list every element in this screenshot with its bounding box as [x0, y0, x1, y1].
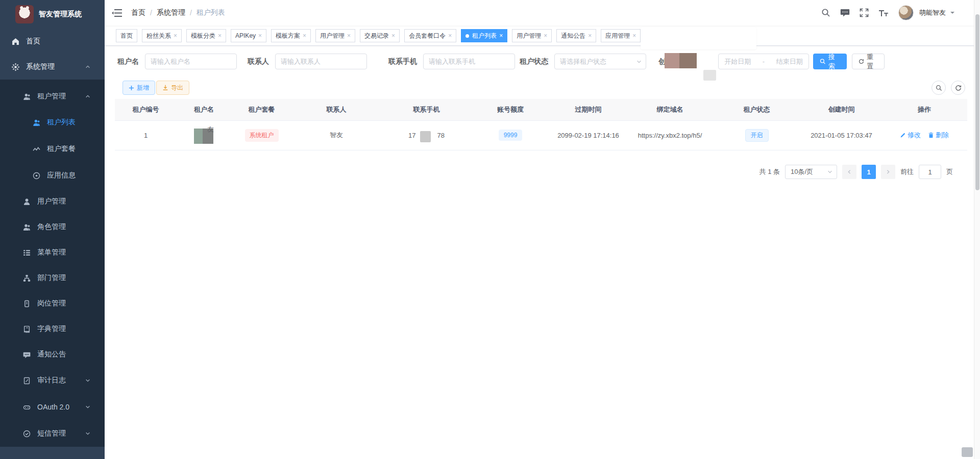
- font-size-icon[interactable]: [878, 9, 889, 17]
- trash-icon: [928, 132, 934, 138]
- plus-icon: [129, 85, 134, 91]
- delete-button[interactable]: 删除: [928, 131, 949, 140]
- close-icon[interactable]: [588, 33, 592, 39]
- sidebar-item-tenant-mgmt[interactable]: 租户管理: [0, 84, 105, 109]
- reset-button[interactable]: 重置: [852, 54, 885, 69]
- sidebar-item-app-info[interactable]: 应用信息: [0, 162, 105, 189]
- tab-apikey[interactable]: APIKey: [231, 29, 266, 42]
- sidebar-item-tenant-package[interactable]: 租户套餐: [0, 136, 105, 162]
- close-icon[interactable]: [544, 33, 547, 39]
- oauth-icon: [22, 403, 31, 411]
- fullscreen-icon[interactable]: [860, 8, 869, 17]
- sidebar-item-role-mgmt[interactable]: 角色管理: [0, 214, 105, 240]
- end-date-placeholder[interactable]: 结束日期: [776, 57, 803, 66]
- toggle-search-button[interactable]: [932, 81, 946, 95]
- phone-input[interactable]: [423, 54, 515, 69]
- col-phone: 联系手机: [381, 99, 472, 120]
- search-button[interactable]: 搜索: [813, 54, 847, 69]
- col-contact: 联系人: [292, 99, 381, 120]
- gear-icon: [11, 63, 19, 71]
- tab-tenant-list[interactable]: 租户列表: [461, 29, 507, 42]
- chevron-down-icon: [827, 169, 832, 174]
- tenant-name-label: 租户名: [117, 57, 139, 66]
- tab-template-category[interactable]: 模板分类: [186, 29, 226, 42]
- tenant-table: 租户编号 租户名 租户套餐 联系人 联系手机 账号额度 过期时间 绑定域名 租户…: [115, 99, 967, 150]
- tab-user-mgmt-1[interactable]: 用户管理: [315, 29, 355, 42]
- status-select[interactable]: 请选择租户状态: [554, 54, 646, 69]
- tab-app-mgmt[interactable]: 应用管理: [601, 29, 641, 42]
- notice-icon: [22, 351, 31, 359]
- prev-page-button[interactable]: [842, 165, 856, 179]
- close-icon[interactable]: [391, 33, 395, 39]
- breadcrumb-separator: /: [150, 9, 152, 17]
- redaction-blob-phone: [420, 131, 431, 142]
- app-logo: [15, 5, 34, 23]
- close-icon[interactable]: [347, 33, 351, 39]
- export-button[interactable]: 导出: [156, 81, 189, 95]
- page-number-1[interactable]: 1: [862, 165, 876, 179]
- vertical-scrollbar[interactable]: [974, 0, 980, 459]
- tenant-name-input[interactable]: [145, 54, 237, 69]
- package-icon: [32, 145, 40, 153]
- jump-page-input[interactable]: [919, 165, 941, 179]
- chevron-right-icon: [886, 169, 891, 174]
- sidebar-item-dept-mgmt[interactable]: 部门管理: [0, 265, 105, 291]
- sidebar-item-oauth[interactable]: OAuth 2.0: [0, 394, 105, 420]
- breadcrumb-system[interactable]: 系统管理: [157, 8, 185, 17]
- tab-user-mgmt-2[interactable]: 用户管理: [512, 29, 552, 42]
- tab-trade-record[interactable]: 交易记录: [360, 29, 400, 42]
- message-icon[interactable]: [840, 8, 850, 17]
- tab-member-package-code[interactable]: 会员套餐口令: [404, 29, 456, 42]
- close-icon[interactable]: [303, 33, 306, 39]
- redaction-blob-created-label: [665, 53, 697, 68]
- sidebar-collapse-button[interactable]: [112, 8, 123, 18]
- search-icon[interactable]: [821, 8, 830, 17]
- start-date-placeholder[interactable]: 开始日期: [724, 57, 751, 66]
- sidebar-item-menu-mgmt[interactable]: 菜单管理: [0, 240, 105, 265]
- close-icon[interactable]: [632, 33, 636, 39]
- sidebar-item-user-mgmt[interactable]: 用户管理: [0, 189, 105, 214]
- breadcrumb-separator: /: [190, 9, 192, 17]
- close-icon[interactable]: [218, 33, 222, 39]
- home-icon: [11, 38, 19, 45]
- col-actions: 操作: [881, 99, 967, 120]
- sidebar-item-sms-mgmt[interactable]: 短信管理: [0, 420, 105, 447]
- add-button[interactable]: 新增: [122, 81, 155, 95]
- page-size-select[interactable]: 10条/页: [785, 165, 837, 179]
- tenant-icon: [22, 93, 31, 100]
- jump-prefix: 前往: [900, 167, 914, 176]
- sidebar-item-audit-log[interactable]: 审计日志: [0, 367, 105, 394]
- refresh-button[interactable]: [951, 81, 965, 95]
- close-icon[interactable]: [258, 33, 262, 39]
- sidebar-item-home[interactable]: 首页: [0, 29, 105, 54]
- sidebar-item-tenant-list[interactable]: 租户列表: [0, 109, 105, 136]
- close-icon[interactable]: [174, 33, 177, 39]
- tab-template-plan[interactable]: 模板方案: [271, 29, 311, 42]
- sidebar-item-post-mgmt[interactable]: 岗位管理: [0, 291, 105, 316]
- sidebar-item-dict-mgmt[interactable]: 字典管理: [0, 316, 105, 342]
- edit-button[interactable]: 修改: [900, 131, 921, 140]
- col-domain: 绑定域名: [628, 99, 712, 120]
- avatar[interactable]: [898, 5, 914, 20]
- date-range-picker[interactable]: 开始日期 - 结束日期: [718, 54, 809, 69]
- post-icon: [22, 300, 31, 308]
- close-icon[interactable]: [448, 33, 452, 39]
- tab-home[interactable]: 首页: [116, 29, 137, 42]
- sidebar-item-notice-mgmt[interactable]: 通知公告: [0, 342, 105, 367]
- user-name[interactable]: 萌能智友: [919, 8, 946, 17]
- dict-icon: [22, 325, 31, 333]
- tab-notice[interactable]: 通知公告: [556, 29, 596, 42]
- search-icon: [936, 85, 942, 91]
- scrollbar-thumb[interactable]: [975, 14, 979, 190]
- next-page-button[interactable]: [881, 165, 895, 179]
- breadcrumb-home[interactable]: 首页: [131, 8, 145, 17]
- cell-contact: 智友: [292, 120, 381, 150]
- filter-status: 租户状态 请选择租户状态: [520, 54, 646, 69]
- contact-input[interactable]: [275, 54, 367, 69]
- menu-icon: [22, 249, 31, 257]
- user-menu-caret-icon[interactable]: [950, 12, 954, 16]
- sidebar-item-system[interactable]: 系统管理: [0, 54, 105, 80]
- close-icon[interactable]: [499, 33, 503, 39]
- cell-tenant-id: 1: [115, 120, 177, 150]
- tab-fans[interactable]: 粉丝关系: [142, 29, 182, 42]
